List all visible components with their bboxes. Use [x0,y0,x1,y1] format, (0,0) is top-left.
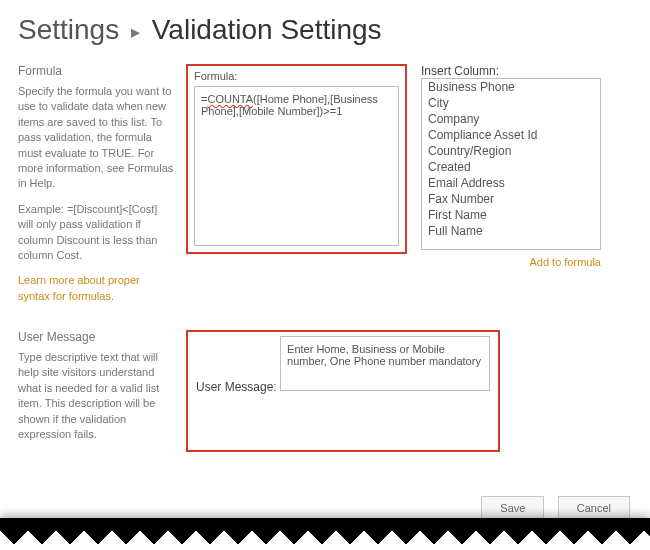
cancel-button[interactable]: Cancel [558,496,630,520]
insert-column-label: Insert Column: [421,64,499,78]
torn-edge-decoration [0,518,650,550]
breadcrumb-sep: ▸ [127,22,144,42]
insert-column-list[interactable]: Business PhoneCityCompanyCompliance Asse… [421,78,601,250]
list-item[interactable]: Email Address [422,175,600,191]
formula-heading: Formula [18,64,174,78]
learn-more-link[interactable]: Learn more about proper syntax for formu… [18,274,140,301]
list-item[interactable]: Compliance Asset Id [422,127,600,143]
usermsg-desc: Type descriptive text that will help sit… [18,350,174,442]
list-item[interactable]: Created [422,159,600,175]
formula-desc1: Specify the formula you want to use to v… [18,84,174,192]
breadcrumb-current: Validation Settings [152,14,382,45]
list-item[interactable]: Fax Number [422,191,600,207]
usermsg-highlight: User Message: [186,330,500,452]
list-item[interactable]: City [422,95,600,111]
formula-input[interactable]: =COUNTA([Home Phone],[Business Phone],[M… [194,86,399,246]
breadcrumb-root[interactable]: Settings [18,14,119,45]
formula-desc2: Example: =[Discount]<[Cost] will only pa… [18,202,174,264]
formula-label: Formula: [194,70,399,82]
usermsg-label: User Message: [196,380,277,394]
formula-highlight: Formula: =COUNTA([Home Phone],[Business … [186,64,407,254]
usermsg-input[interactable] [280,336,490,391]
breadcrumb: Settings ▸ Validation Settings [18,14,632,46]
list-item[interactable]: Company [422,111,600,127]
list-item[interactable]: Full Name [422,223,600,239]
list-item[interactable]: First Name [422,207,600,223]
list-item[interactable]: Country/Region [422,143,600,159]
list-item[interactable]: Business Phone [422,79,600,95]
add-to-formula-link[interactable]: Add to formula [421,256,601,268]
usermsg-heading: User Message [18,330,174,344]
save-button[interactable]: Save [481,496,544,520]
